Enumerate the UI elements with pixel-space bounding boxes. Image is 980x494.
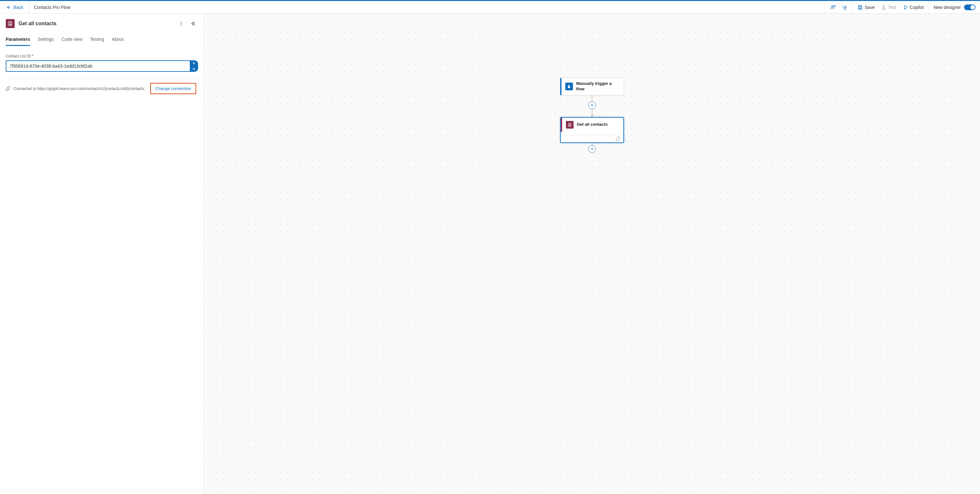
trigger-node-icon bbox=[565, 83, 573, 90]
new-designer-label: New designer bbox=[934, 5, 961, 10]
connection-text: Connected to https://graph.teams-pro.com… bbox=[13, 86, 145, 91]
panel-header-actions bbox=[177, 19, 198, 29]
action-node-top: Get all contacts bbox=[561, 118, 624, 132]
svg-point-1 bbox=[845, 6, 846, 8]
back-button[interactable]: Back bbox=[0, 1, 29, 13]
more-button[interactable] bbox=[177, 19, 186, 29]
svg-point-4 bbox=[181, 22, 181, 22]
connection-row: Connected to https://graph.teams-pro.com… bbox=[6, 83, 198, 94]
panel-body: Contact List ID * fx bbox=[0, 46, 204, 100]
new-designer-toggle-wrap: New designer bbox=[929, 1, 980, 13]
connector-line bbox=[592, 96, 592, 102]
dynamic-content-button[interactable] bbox=[190, 60, 198, 66]
flow-title: Contacts Pro Flow bbox=[29, 5, 75, 10]
contacts-action-icon bbox=[6, 19, 15, 28]
field-label-text: Contact List ID bbox=[6, 54, 31, 58]
arrow-left-icon bbox=[6, 5, 11, 10]
link-icon bbox=[616, 137, 620, 141]
trigger-node-label: Manually trigger a flow bbox=[576, 81, 620, 92]
copilot-label: Copilot bbox=[910, 5, 924, 10]
assistant-button[interactable] bbox=[839, 1, 850, 13]
divider bbox=[6, 78, 198, 78]
connector-line bbox=[592, 109, 592, 115]
svg-point-6 bbox=[181, 25, 181, 25]
collapse-panel-button[interactable] bbox=[189, 19, 198, 29]
action-node-footer bbox=[561, 135, 624, 142]
add-step-button-2[interactable]: + bbox=[588, 145, 596, 153]
hand-tap-icon bbox=[567, 84, 571, 89]
test-button: Test bbox=[878, 1, 900, 13]
test-label: Test bbox=[888, 5, 896, 10]
svg-point-8 bbox=[569, 123, 570, 124]
required-mark: * bbox=[32, 54, 33, 58]
panel-tabs: Parameters Settings Code view Testing Ab… bbox=[0, 31, 204, 46]
lightning-icon bbox=[192, 61, 196, 65]
person-feedback-icon bbox=[830, 5, 836, 10]
svg-rect-2 bbox=[9, 22, 12, 25]
tab-parameters[interactable]: Parameters bbox=[6, 37, 30, 46]
contact-list-id-label: Contact List ID * bbox=[6, 54, 198, 58]
more-vertical-icon bbox=[179, 21, 184, 26]
feedback-button[interactable] bbox=[827, 1, 839, 13]
contact-list-id-input[interactable] bbox=[6, 60, 191, 72]
contact-list-id-field-row: fx bbox=[6, 60, 198, 72]
header-left: Back Contacts Pro Flow bbox=[0, 1, 75, 13]
stethoscope-icon bbox=[842, 5, 847, 10]
chevron-double-left-icon bbox=[191, 21, 196, 26]
flask-icon bbox=[881, 5, 886, 10]
action-node-icon bbox=[566, 121, 574, 129]
save-button[interactable]: Save bbox=[854, 1, 878, 13]
action-config-panel: Get all contacts Parameters Settings Cod… bbox=[0, 14, 204, 494]
fx-icon: fx bbox=[192, 67, 196, 71]
header-right: Save Test Copilot New designer bbox=[825, 1, 980, 13]
flow-graph: Manually trigger a flow + Get all contac… bbox=[560, 78, 624, 153]
svg-rect-7 bbox=[568, 123, 571, 127]
action-node-label: Get all contacts bbox=[577, 122, 608, 127]
new-designer-toggle[interactable] bbox=[964, 5, 975, 10]
copilot-icon bbox=[903, 5, 908, 10]
add-step-button-1[interactable]: + bbox=[588, 102, 596, 109]
header-icon-group bbox=[825, 1, 852, 13]
svg-point-3 bbox=[10, 22, 11, 24]
tab-testing[interactable]: Testing bbox=[90, 37, 104, 46]
panel-header: Get all contacts bbox=[0, 14, 204, 31]
change-connection-button[interactable]: Change connection bbox=[150, 83, 196, 94]
link-icon bbox=[6, 86, 10, 91]
tab-about[interactable]: About bbox=[112, 37, 124, 46]
back-label: Back bbox=[13, 5, 23, 10]
action-node[interactable]: Get all contacts bbox=[560, 117, 624, 143]
flow-canvas[interactable]: Manually trigger a flow + Get all contac… bbox=[204, 14, 980, 494]
expression-button[interactable]: fx bbox=[190, 66, 198, 72]
save-label: Save bbox=[864, 5, 875, 10]
panel-title: Get all contacts bbox=[19, 21, 173, 27]
arrow-down-icon bbox=[590, 115, 594, 117]
trigger-node[interactable]: Manually trigger a flow bbox=[560, 78, 624, 96]
copilot-button[interactable]: Copilot bbox=[900, 1, 927, 13]
token-picker: fx bbox=[190, 60, 198, 72]
contact-card-icon bbox=[568, 123, 572, 127]
header-bar: Back Contacts Pro Flow Save T bbox=[0, 1, 980, 14]
tab-settings[interactable]: Settings bbox=[38, 37, 54, 46]
svg-point-0 bbox=[831, 5, 833, 7]
save-icon bbox=[858, 5, 862, 10]
contact-card-icon bbox=[8, 21, 13, 26]
header-actions-group: Save Test Copilot bbox=[852, 1, 929, 13]
tab-code-view[interactable]: Code view bbox=[62, 37, 82, 46]
svg-point-5 bbox=[181, 23, 181, 24]
